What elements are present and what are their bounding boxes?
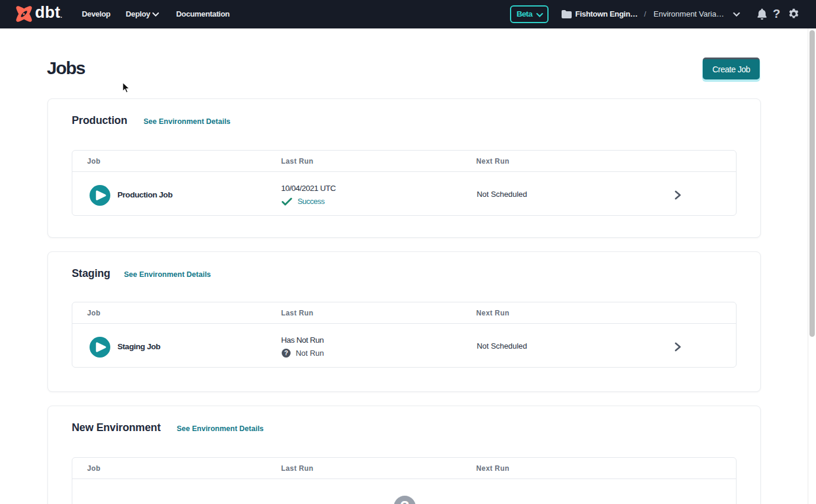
svg-text:?: ? <box>400 497 410 504</box>
svg-text:?: ? <box>284 349 288 356</box>
